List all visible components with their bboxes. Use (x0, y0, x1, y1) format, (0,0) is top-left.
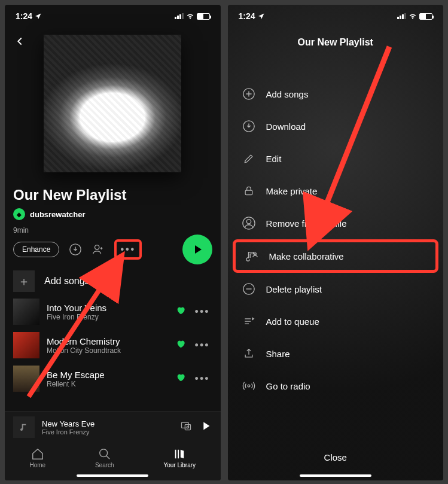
status-bar: 1:24 (5, 5, 221, 28)
menu-title: Our New Playlist (228, 37, 444, 48)
playlist-title: Our New Playlist (13, 187, 221, 203)
nav-label: Home (29, 462, 45, 468)
menu-download[interactable]: Download (228, 110, 444, 142)
owner-name: dubsrewatcher (30, 210, 85, 219)
plus-icon: ＋ (13, 270, 35, 292)
track-row[interactable]: Into Your Veins Five Iron Frenzy ••• (13, 297, 212, 327)
svg-point-5 (100, 449, 108, 457)
location-icon (258, 13, 265, 20)
menu-share[interactable]: Share (228, 337, 444, 370)
menu-go-to-radio[interactable]: Go to radio (228, 370, 444, 402)
menu-label: Add songs (266, 89, 309, 99)
menu-add-songs[interactable]: Add songs (228, 78, 444, 110)
download-button[interactable] (69, 243, 82, 256)
now-playing-play-button[interactable] (199, 419, 212, 435)
track-artist: Motion City Soundtrack (47, 346, 169, 355)
more-options-button[interactable]: ••• (114, 239, 142, 260)
track-more-button[interactable]: ••• (193, 339, 212, 352)
svg-point-12 (254, 253, 256, 255)
menu-label: Remove from profile (266, 218, 347, 229)
menu-make-collaborative[interactable]: Make collaborative (233, 239, 439, 273)
nav-library[interactable]: Your Library (163, 448, 196, 468)
liked-icon[interactable] (176, 373, 185, 385)
playlist-cover-art (44, 35, 181, 172)
menu-label: Share (266, 349, 290, 359)
status-time: 1:24 (239, 11, 255, 21)
track-row[interactable]: Be My Escape Relient K ••• (13, 364, 212, 394)
menu-edit[interactable]: Edit (228, 142, 444, 175)
playlist-owner[interactable]: ◈ dubsrewatcher (13, 208, 212, 220)
nav-label: Your Library (163, 462, 196, 468)
cast-icon[interactable] (180, 420, 192, 434)
now-playing-bar[interactable]: New Years Eve Five Iron Frenzy (5, 412, 221, 443)
menu-label: Download (266, 121, 306, 132)
status-bar: 1:24 (228, 5, 444, 28)
playlist-screen: 1:24 Our New Playlist ◈ dubsrewatcher 9m… (5, 5, 221, 480)
bottom-bar: New Years Eve Five Iron Frenzy Home Sear… (5, 411, 221, 480)
add-songs-label: Add songs (44, 276, 90, 287)
svg-rect-3 (185, 425, 190, 430)
search-icon (98, 448, 111, 461)
menu-label: Edit (266, 154, 282, 164)
track-more-button[interactable]: ••• (193, 306, 212, 318)
plus-circle-icon (242, 87, 255, 101)
track-row[interactable]: Modern Chemistry Motion City Soundtrack … (13, 330, 212, 360)
enhance-button[interactable]: Enhance (13, 242, 59, 257)
now-playing-art (13, 416, 35, 438)
wifi-icon (409, 12, 417, 20)
track-artist: Five Iron Frenzy (47, 313, 169, 321)
queue-icon (242, 315, 255, 328)
menu-add-to-queue[interactable]: Add to queue (228, 305, 444, 337)
context-menu: Add songs Download Edit Make private Rem… (228, 78, 444, 402)
svg-point-10 (246, 220, 251, 224)
svg-point-4 (187, 426, 188, 428)
close-button[interactable]: Close (228, 452, 444, 462)
track-art (13, 366, 39, 392)
play-button[interactable] (182, 235, 212, 264)
add-user-button[interactable] (92, 243, 105, 256)
home-indicator (300, 474, 371, 477)
track-art (13, 299, 39, 325)
menu-make-private[interactable]: Make private (228, 175, 444, 207)
track-name: Be My Escape (47, 370, 169, 380)
menu-label: Add to queue (266, 316, 319, 327)
signal-icon (397, 13, 406, 19)
download-icon (242, 120, 255, 133)
nav-search[interactable]: Search (95, 448, 114, 468)
liked-icon[interactable] (176, 339, 185, 351)
track-art (13, 332, 39, 358)
menu-label: Delete playlist (266, 284, 322, 294)
radio-icon (242, 379, 255, 392)
nav-home[interactable]: Home (29, 448, 45, 468)
menu-delete-playlist[interactable]: Delete playlist (228, 273, 444, 305)
wifi-icon (186, 12, 194, 20)
menu-remove-from-profile[interactable]: Remove from profile (228, 207, 444, 239)
now-playing-artist: Five Iron Frenzy (42, 428, 173, 436)
menu-label: Make private (266, 186, 318, 196)
library-icon (173, 448, 186, 461)
owner-avatar: ◈ (13, 208, 25, 220)
now-playing-name: New Years Eve (42, 419, 173, 428)
signal-icon (175, 13, 184, 19)
minus-circle-icon (242, 282, 255, 296)
playlist-duration: 9min (13, 226, 212, 235)
battery-icon (197, 13, 210, 20)
home-icon (31, 448, 44, 461)
status-time: 1:24 (16, 11, 32, 21)
add-songs-row[interactable]: ＋ Add songs (13, 270, 212, 292)
nav-label: Search (95, 462, 114, 468)
liked-icon[interactable] (176, 306, 185, 318)
collaborative-icon (245, 249, 258, 263)
playlist-menu-screen: 1:24 Our New Playlist Add songs Download… (228, 5, 444, 480)
pencil-icon (242, 152, 255, 165)
home-indicator (77, 474, 148, 477)
track-more-button[interactable]: ••• (193, 373, 212, 385)
share-icon (242, 347, 255, 360)
track-artist: Relient K (47, 380, 169, 388)
menu-label: Go to radio (266, 381, 310, 391)
menu-label: Make collaborative (269, 251, 344, 261)
svg-point-1 (95, 245, 99, 249)
svg-point-14 (248, 385, 250, 387)
back-button[interactable] (13, 35, 26, 50)
svg-rect-9 (245, 190, 252, 195)
